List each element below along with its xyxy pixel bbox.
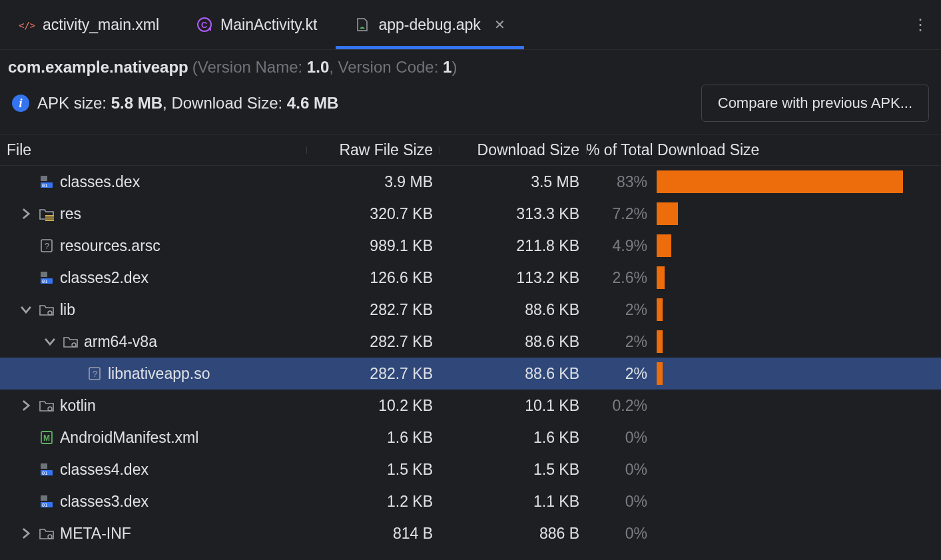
cell-percent-bar xyxy=(653,490,926,513)
close-icon[interactable]: ✕ xyxy=(494,17,505,33)
table-row[interactable]: res320.7 KB313.3 KB7.2% xyxy=(0,198,941,230)
folder-so-icon xyxy=(63,334,79,350)
chevron-right-icon[interactable] xyxy=(19,526,33,541)
column-download-size[interactable]: Download Size xyxy=(440,141,586,159)
folder-so-icon xyxy=(39,302,55,318)
svg-text:01: 01 xyxy=(42,183,47,188)
cell-raw-size: 320.7 KB xyxy=(306,205,440,223)
cell-file: kotlin xyxy=(0,397,306,415)
cell-raw-size: 1.5 KB xyxy=(306,461,440,479)
percent-bar xyxy=(657,266,665,289)
unknown-icon: ? xyxy=(39,238,55,254)
apk-file-icon xyxy=(354,17,370,33)
cell-raw-size: 282.7 KB xyxy=(306,333,440,351)
column-raw-size[interactable]: Raw File Size xyxy=(306,141,440,159)
column-percent[interactable]: % of Total Download Size xyxy=(586,141,926,159)
cell-percent: 0% xyxy=(586,493,653,511)
cell-download-size: 1.1 KB xyxy=(440,493,586,511)
cell-file: arm64-v8a xyxy=(0,333,306,351)
cell-download-size: 88.6 KB xyxy=(440,301,586,319)
svg-rect-14 xyxy=(41,272,47,277)
cell-file: res xyxy=(0,205,306,223)
tabs-overflow-menu-icon[interactable]: ⋮ xyxy=(912,15,929,34)
svg-text:C: C xyxy=(201,20,208,30)
svg-rect-27 xyxy=(41,495,47,501)
chevron-right-icon[interactable] xyxy=(19,206,33,221)
expander-placeholder xyxy=(19,174,33,189)
svg-rect-24 xyxy=(41,463,47,469)
file-name: libnativeapp.so xyxy=(108,365,210,383)
table-row[interactable]: 01classes.dex3.9 MB3.5 MB83% xyxy=(0,166,941,198)
file-name: arm64-v8a xyxy=(84,333,157,351)
cell-download-size: 1.5 KB xyxy=(440,461,586,479)
cell-download-size: 1.6 KB xyxy=(440,429,586,447)
cell-raw-size: 814 B xyxy=(306,525,440,543)
cell-raw-size: 282.7 KB xyxy=(306,365,440,383)
table-row[interactable]: 01classes2.dex126.6 KB113.2 KB2.6% xyxy=(0,262,941,294)
column-file[interactable]: File xyxy=(0,141,306,159)
size-text: APK size: 5.8 MB, Download Size: 4.6 MB xyxy=(37,94,338,113)
cell-raw-size: 989.1 KB xyxy=(306,237,440,255)
cell-percent: 7.2% xyxy=(586,205,653,223)
cell-raw-size: 10.2 KB xyxy=(306,397,440,415)
cell-file: ?libnativeapp.so xyxy=(0,365,306,383)
cell-percent-bar xyxy=(653,362,926,385)
tab-main-activity[interactable]: C MainActivity.kt xyxy=(178,0,336,49)
cell-percent-bar xyxy=(653,522,926,545)
apk-size-line: i APK size: 5.8 MB, Download Size: 4.6 M… xyxy=(0,81,941,134)
percent-bar xyxy=(657,298,663,321)
kotlin-class-icon: C xyxy=(196,17,212,33)
cell-percent: 0% xyxy=(586,429,653,447)
cell-raw-size: 1.2 KB xyxy=(306,493,440,511)
table-header: File Raw File Size Download Size % of To… xyxy=(0,134,941,166)
cell-file: MAndroidManifest.xml xyxy=(0,429,306,447)
table-row[interactable]: arm64-v8a282.7 KB88.6 KB2% xyxy=(0,326,941,358)
table-row[interactable]: MAndroidManifest.xml1.6 KB1.6 KB0% xyxy=(0,421,941,453)
cell-download-size: 10.1 KB xyxy=(440,397,586,415)
table-row[interactable]: lib282.7 KB88.6 KB2% xyxy=(0,294,941,326)
tab-activity-main[interactable]: </> activity_main.xml xyxy=(0,0,178,49)
file-name: classes4.dex xyxy=(60,461,149,479)
table-row[interactable]: 01classes3.dex1.2 KB1.1 KB0% xyxy=(0,485,941,517)
expander-placeholder xyxy=(19,270,33,285)
file-name: AndroidManifest.xml xyxy=(60,429,198,447)
cell-file: 01classes3.dex xyxy=(0,493,306,511)
cell-download-size: 211.8 KB xyxy=(440,237,586,255)
svg-point-18 xyxy=(72,343,76,347)
manifest-icon: M xyxy=(39,429,55,445)
svg-point-30 xyxy=(48,535,52,539)
table-row[interactable]: kotlin10.2 KB10.1 KB0.2% xyxy=(0,390,941,421)
compare-previous-apk-button[interactable]: Compare with previous APK... xyxy=(701,85,929,122)
file-name: kotlin xyxy=(60,397,96,415)
cell-raw-size: 282.7 KB xyxy=(306,301,440,319)
cell-download-size: 3.5 MB xyxy=(440,173,586,191)
percent-bar xyxy=(657,234,671,257)
unknown-icon: ? xyxy=(87,366,103,382)
table-row[interactable]: 01classes4.dex1.5 KB1.5 KB0% xyxy=(0,453,941,485)
table-row[interactable]: ?libnativeapp.so282.7 KB88.6 KB2% xyxy=(0,358,941,390)
table-row[interactable]: ?resources.arsc989.1 KB211.8 KB4.9% xyxy=(0,230,941,262)
expander-placeholder xyxy=(19,494,33,509)
chevron-down-icon[interactable] xyxy=(43,334,57,349)
chevron-down-icon[interactable] xyxy=(19,302,33,317)
file-name: classes3.dex xyxy=(60,493,149,511)
cell-download-size: 88.6 KB xyxy=(440,365,586,383)
cell-percent: 4.9% xyxy=(586,237,653,255)
cell-percent: 2% xyxy=(586,365,653,383)
svg-marker-3 xyxy=(208,26,211,31)
cell-percent: 0% xyxy=(586,461,653,479)
cell-percent-bar xyxy=(653,426,926,449)
table-row[interactable]: META-INF814 B886 B0% xyxy=(0,517,941,549)
cell-percent: 2% xyxy=(586,301,653,319)
svg-point-21 xyxy=(48,407,52,411)
tab-app-debug-apk[interactable]: app-debug.apk ✕ xyxy=(336,0,523,49)
chevron-right-icon[interactable] xyxy=(19,398,33,413)
cell-raw-size: 1.6 KB xyxy=(306,429,440,447)
editor-tabs-bar: </> activity_main.xml C MainActivity.kt … xyxy=(0,0,941,50)
cell-percent-bar xyxy=(653,298,926,321)
file-name: res xyxy=(60,205,81,223)
cell-raw-size: 126.6 KB xyxy=(306,269,440,287)
percent-bar xyxy=(657,362,663,385)
file-name: classes2.dex xyxy=(60,269,149,287)
svg-point-17 xyxy=(48,311,52,315)
